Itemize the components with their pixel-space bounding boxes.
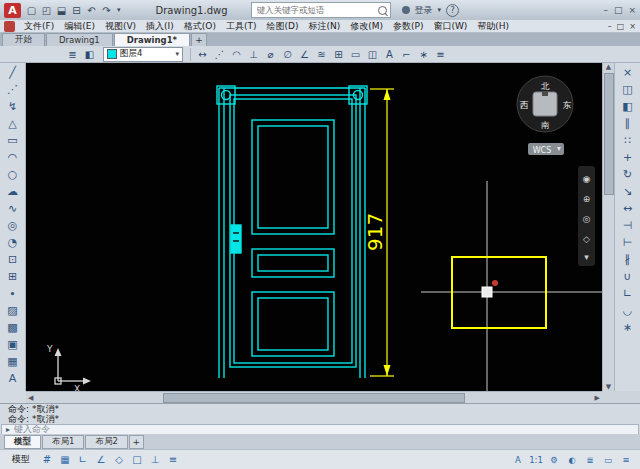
doc-window-button[interactable]: □ <box>617 22 625 31</box>
explode-icon[interactable]: ∗ <box>618 319 638 336</box>
layer-dropdown[interactable]: 图层4 ▾ <box>103 47 183 62</box>
menu-item[interactable]: 格式(O) <box>179 20 221 33</box>
maximize-button[interactable]: □ <box>614 5 623 15</box>
trim-icon[interactable]: ⊣ <box>618 217 638 234</box>
isodraft-icon[interactable]: ◇ <box>110 452 128 467</box>
view-compass[interactable]: 北 南 西 东 <box>517 76 573 132</box>
drawing-canvas[interactable]: 917 北 南 西 东 <box>26 63 602 391</box>
tab-layout2[interactable]: 布局2 <box>85 435 127 449</box>
ortho-icon[interactable]: ∟ <box>74 452 92 467</box>
polyline-icon[interactable]: ↯ <box>3 98 23 115</box>
workspace-switching-icon[interactable]: ⚙ <box>545 452 563 467</box>
break-icon[interactable]: ∦ <box>618 251 638 268</box>
gradient-icon[interactable]: ▩ <box>3 319 23 336</box>
arc-length-dimension-icon[interactable]: ◠ <box>228 47 245 62</box>
customize-icon[interactable]: ≡ <box>617 452 635 467</box>
signin-button[interactable]: 登录 <box>415 4 433 17</box>
open-icon[interactable]: ◰ <box>39 3 54 18</box>
save-icon[interactable]: ⬓ <box>54 3 69 18</box>
menu-item[interactable]: 窗口(W) <box>428 20 472 33</box>
insert-block-icon[interactable]: ⊡ <box>3 251 23 268</box>
menu-item[interactable]: 编辑(E) <box>59 20 100 33</box>
menu-item[interactable]: 视图(V) <box>100 20 141 33</box>
navigation-bar[interactable]: ◉ ⊕ ◎ ◇ ▾ <box>578 166 595 266</box>
polar-tracking-icon[interactable]: ∠ <box>92 452 110 467</box>
join-icon[interactable]: ∪ <box>618 268 638 285</box>
mirror-icon[interactable]: ◧ <box>618 98 638 115</box>
chamfer-icon[interactable]: ∟ <box>618 285 638 302</box>
tab-model[interactable]: 模型 <box>4 435 41 449</box>
scale-icon[interactable]: ↘ <box>618 183 638 200</box>
snap-icon[interactable]: ▦ <box>56 452 74 467</box>
menu-item[interactable]: 工具(T) <box>221 20 262 33</box>
dimension-edit-icon[interactable]: ∗ <box>415 47 432 62</box>
ellipse-icon[interactable]: ◎ <box>3 217 23 234</box>
array-icon[interactable]: ∷ <box>618 132 638 149</box>
arc-icon[interactable]: ◠ <box>3 149 23 166</box>
quick-dimension-icon[interactable]: ≋ <box>313 47 330 62</box>
user-icon[interactable] <box>402 6 410 14</box>
grid-icon[interactable]: # <box>38 452 56 467</box>
annotation-scale-button[interactable]: 1:1 <box>527 452 545 467</box>
tab-start[interactable]: 开始 <box>2 33 45 46</box>
scroll-up-icon[interactable]: ▲ <box>606 63 611 71</box>
erase-icon[interactable]: × <box>618 64 638 81</box>
center-mark-icon[interactable]: ⌐ <box>398 47 415 62</box>
help-search-box[interactable] <box>251 2 391 18</box>
polygon-icon[interactable]: △ <box>3 115 23 132</box>
menu-item[interactable]: 插入(I) <box>141 20 179 33</box>
hatch-icon[interactable]: ▨ <box>3 302 23 319</box>
annotation-monitor-icon[interactable]: ◐ <box>563 452 581 467</box>
close-button[interactable]: × <box>628 5 636 15</box>
minimize-button[interactable]: – <box>603 5 608 15</box>
copy-icon[interactable]: ◫ <box>618 81 638 98</box>
tab-layout1[interactable]: 布局1 <box>42 435 84 449</box>
new-layout-button[interactable]: + <box>129 435 144 449</box>
redo-icon[interactable]: ↷ <box>99 3 114 18</box>
layer-properties-icon[interactable]: ≣ <box>64 47 81 62</box>
dimension-space-icon[interactable]: ◫ <box>364 47 381 62</box>
ellipse-arc-icon[interactable]: ◔ <box>3 234 23 251</box>
chevron-down-icon[interactable]: ▾ <box>175 50 179 58</box>
scroll-down-icon[interactable]: ▼ <box>606 383 611 391</box>
point-icon[interactable]: ∙ <box>3 285 23 302</box>
diameter-dimension-icon[interactable]: ∅ <box>279 47 296 62</box>
lineweight-icon[interactable]: ≡ <box>164 452 182 467</box>
quick-access-drop-icon[interactable]: ▾ <box>117 6 121 14</box>
multiline-text-icon[interactable]: A <box>3 370 23 387</box>
region-icon[interactable]: ▣ <box>3 336 23 353</box>
vertical-scroll-thumb[interactable] <box>604 73 614 195</box>
line-icon[interactable]: ╱ <box>3 64 23 81</box>
new-icon[interactable]: ▢ <box>24 3 39 18</box>
create-block-icon[interactable]: ⊞ <box>3 268 23 285</box>
aligned-dimension-icon[interactable]: ⋰ <box>211 47 228 62</box>
baseline-dimension-icon[interactable]: ⊞ <box>330 47 347 62</box>
help-icon[interactable]: ? <box>446 4 459 17</box>
menu-item[interactable]: 帮助(H) <box>472 20 514 33</box>
linear-dimension-icon[interactable]: ↔ <box>194 47 211 62</box>
object-snap-tracking-icon[interactable]: ⊥ <box>146 452 164 467</box>
scroll-right-icon[interactable]: ▶ <box>595 394 600 402</box>
menu-item[interactable]: 修改(M) <box>345 20 388 33</box>
doc-window-button[interactable]: × <box>629 22 636 31</box>
vertical-scrollbar[interactable]: ▲ ▼ <box>602 63 614 391</box>
clean-screen-icon[interactable]: ▭ <box>599 452 617 467</box>
rectangle-icon[interactable]: ▭ <box>3 132 23 149</box>
menu-item[interactable]: 参数(P) <box>388 20 428 33</box>
undo-icon[interactable]: ↶ <box>84 3 99 18</box>
rotate-icon[interactable]: ↻ <box>618 166 638 183</box>
menu-item[interactable]: 文件(F) <box>19 20 59 33</box>
tolerance-icon[interactable]: A <box>381 47 398 62</box>
continue-dimension-icon[interactable]: ▭ <box>347 47 364 62</box>
doc-window-button[interactable]: – <box>608 22 612 31</box>
ordinate-dimension-icon[interactable]: ⊥ <box>245 47 262 62</box>
offset-icon[interactable]: ∥ <box>618 115 638 132</box>
angular-dimension-icon[interactable]: ∠ <box>296 47 313 62</box>
new-tab-button[interactable]: + <box>191 33 207 46</box>
units-icon[interactable]: ≣ <box>581 452 599 467</box>
horizontal-scrollbar[interactable]: ◀ ▶ <box>26 391 602 403</box>
horizontal-scroll-thumb[interactable] <box>163 393 465 403</box>
object-snap-icon[interactable]: □ <box>128 452 146 467</box>
tab-drawing1[interactable]: Drawing1 <box>46 33 113 46</box>
revision-cloud-icon[interactable]: ☁ <box>3 183 23 200</box>
